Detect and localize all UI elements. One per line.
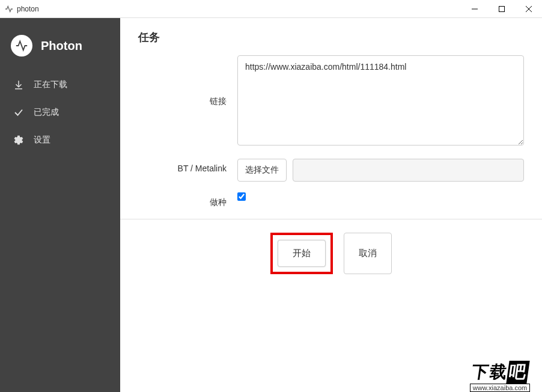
page-title: 任务 (138, 30, 524, 44)
seed-row: 做种 (138, 192, 524, 208)
sidebar-item-label: 设置 (34, 135, 50, 145)
brand: Photon (0, 24, 120, 71)
sidebar-item-label: 已完成 (34, 107, 59, 118)
app-icon (5, 5, 13, 13)
link-label: 链接 (138, 96, 237, 107)
minimize-button[interactable] (461, 0, 488, 18)
svg-rect-1 (499, 6, 504, 11)
download-icon (13, 79, 24, 90)
highlight-annotation: 开始 (270, 233, 333, 274)
maximize-button[interactable] (488, 0, 515, 18)
button-row: 开始 取消 (138, 233, 524, 274)
choose-file-button[interactable]: 选择文件 (237, 159, 287, 182)
divider (120, 219, 542, 219)
file-display (293, 159, 524, 182)
link-input[interactable] (237, 55, 524, 145)
cancel-button[interactable]: 取消 (344, 233, 392, 274)
bt-label: BT / Metalink (138, 159, 237, 182)
start-button[interactable]: 开始 (278, 240, 326, 267)
bt-row: BT / Metalink 选择文件 (138, 159, 524, 182)
window-controls (461, 0, 542, 18)
sidebar-item-label: 正在下载 (34, 79, 67, 90)
seed-checkbox[interactable] (237, 192, 246, 201)
sidebar-item-settings[interactable]: 设置 (0, 126, 120, 154)
gear-icon (13, 135, 24, 145)
titlebar: photon (0, 0, 542, 18)
brand-title: Photon (41, 39, 82, 53)
sidebar-item-completed[interactable]: 已完成 (0, 99, 120, 126)
watermark: 下载吧 www.xiazaiba.com (458, 353, 542, 392)
link-row: 链接 (138, 55, 524, 148)
check-icon (13, 107, 24, 118)
sidebar-item-downloading[interactable]: 正在下载 (0, 71, 120, 99)
sidebar: Photon 正在下载 已完成 设置 (0, 18, 120, 392)
main-content: 任务 链接 BT / Metalink 选择文件 做种 开始 取 (120, 18, 542, 392)
close-button[interactable] (515, 0, 542, 18)
window-title: photon (17, 5, 461, 13)
brand-icon (11, 35, 32, 57)
seed-label: 做种 (138, 192, 237, 208)
